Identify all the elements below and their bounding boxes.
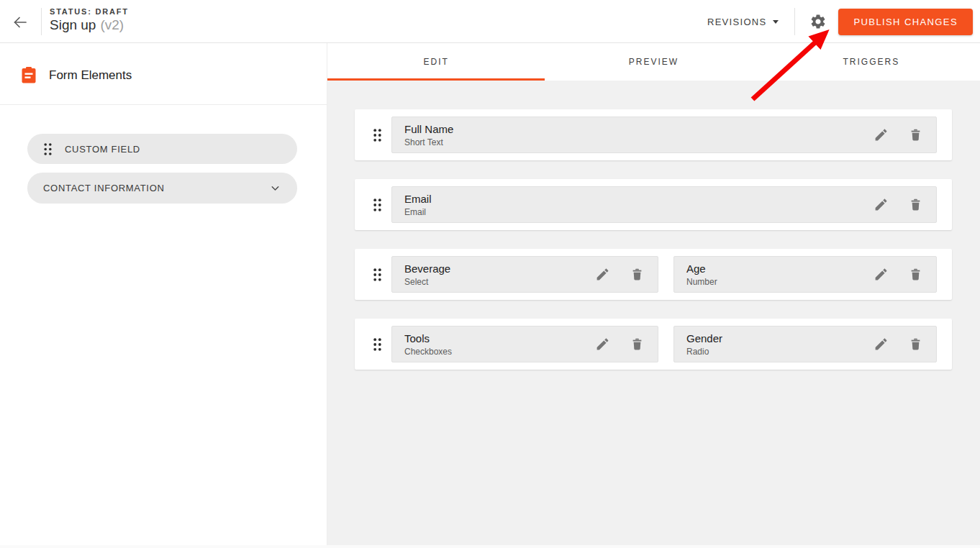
edit-field-button[interactable] xyxy=(870,334,891,355)
page-title: Sign up(v2) xyxy=(50,17,129,33)
field-text: Email Email xyxy=(404,193,870,217)
tab-label: TRIGGERS xyxy=(843,57,899,67)
field-actions xyxy=(870,264,926,286)
pencil-icon xyxy=(874,127,889,142)
delete-field-button[interactable] xyxy=(626,264,648,286)
settings-button[interactable] xyxy=(809,12,827,31)
caret-down-icon xyxy=(773,20,779,24)
drag-handle[interactable] xyxy=(364,249,390,300)
panel-divider xyxy=(0,104,327,105)
field-title: Full Name xyxy=(404,123,870,136)
tab-triggers[interactable]: TRIGGERS xyxy=(763,43,980,81)
form-builder-app: { "header": { "status_label": "STATUS: D… xyxy=(0,0,980,548)
drag-handle[interactable] xyxy=(364,109,390,160)
field-type: Short Text xyxy=(404,137,870,147)
sidebar-item-label: CONTACT INFORMATION xyxy=(43,183,165,193)
trash-icon xyxy=(630,267,645,282)
status-badge: STATUS: DRAFT xyxy=(50,7,129,16)
field-text: Beverage Select xyxy=(404,262,591,287)
field-actions xyxy=(870,334,926,355)
delete-field-button[interactable] xyxy=(904,334,926,355)
tab-preview[interactable]: PREVIEW xyxy=(545,43,762,81)
field-title: Tools xyxy=(404,332,591,345)
publish-changes-button[interactable]: PUBLISH CHANGES xyxy=(838,9,973,35)
pencil-icon xyxy=(874,197,889,212)
field-title: Gender xyxy=(686,332,870,345)
form-name: Sign up xyxy=(50,17,96,32)
pencil-icon xyxy=(874,267,889,282)
trash-icon xyxy=(908,337,923,352)
tab-label: EDIT xyxy=(423,57,448,67)
chevron-down-icon xyxy=(269,182,281,194)
edit-field-button[interactable] xyxy=(591,334,613,355)
pencil-icon xyxy=(595,337,610,352)
header-divider xyxy=(794,8,795,35)
top-bar: STATUS: DRAFT Sign up(v2) REVISIONS PUBL… xyxy=(0,0,980,43)
trash-icon xyxy=(908,197,923,212)
delete-field-button[interactable] xyxy=(904,264,926,286)
field-actions xyxy=(870,124,926,146)
field-box-beverage[interactable]: Beverage Select xyxy=(391,256,658,293)
revisions-dropdown[interactable]: REVISIONS xyxy=(707,17,779,27)
field-type: Checkboxes xyxy=(404,347,591,357)
field-actions xyxy=(591,334,648,355)
field-actions xyxy=(870,194,926,216)
panel-header: Form Elements xyxy=(22,67,132,83)
tab-edit[interactable]: EDIT xyxy=(327,43,545,81)
tab-label: PREVIEW xyxy=(629,57,679,67)
field-type: Select xyxy=(404,277,591,287)
trash-icon xyxy=(908,267,923,282)
edit-field-button[interactable] xyxy=(870,264,891,286)
field-box-email[interactable]: Email Email xyxy=(391,186,937,223)
arrow-left-icon xyxy=(12,14,29,31)
field-type: Radio xyxy=(686,347,870,357)
form-row: Email Email xyxy=(355,179,952,230)
field-text: Age Number xyxy=(686,262,870,287)
revisions-label: REVISIONS xyxy=(707,17,767,27)
trash-icon xyxy=(908,127,923,142)
form-row: Tools Checkboxes Gender Radio xyxy=(355,319,952,370)
sidebar-item-contact-information[interactable]: CONTACT INFORMATION xyxy=(27,173,297,204)
form-row: Beverage Select Age Number xyxy=(355,249,952,300)
field-box-tools[interactable]: Tools Checkboxes xyxy=(391,326,658,362)
field-box-full-name[interactable]: Full Name Short Text xyxy=(391,117,937,153)
pencil-icon xyxy=(874,337,889,352)
field-type: Number xyxy=(686,277,870,287)
trash-icon xyxy=(630,337,645,352)
field-box-gender[interactable]: Gender Radio xyxy=(673,326,937,362)
field-title: Age xyxy=(686,262,870,275)
drag-dots-icon xyxy=(373,268,382,282)
field-type: Email xyxy=(404,207,870,217)
edit-field-button[interactable] xyxy=(870,194,891,216)
field-text: Full Name Short Text xyxy=(404,123,870,147)
tab-bar: EDIT PREVIEW TRIGGERS xyxy=(327,43,980,81)
panel-title: Form Elements xyxy=(49,68,132,83)
header-actions: REVISIONS PUBLISH CHANGES xyxy=(707,0,973,43)
header-divider xyxy=(41,8,42,35)
back-button[interactable] xyxy=(9,13,32,32)
delete-field-button[interactable] xyxy=(904,194,926,216)
bottom-strip xyxy=(0,545,980,548)
field-title: Beverage xyxy=(404,262,591,275)
form-elements-panel: Form Elements CUSTOM FIELD CONTACT INFOR… xyxy=(0,43,327,545)
field-actions xyxy=(591,264,648,286)
gear-icon xyxy=(809,13,827,30)
edit-field-button[interactable] xyxy=(591,264,613,286)
delete-field-button[interactable] xyxy=(626,334,648,355)
field-box-age[interactable]: Age Number xyxy=(673,256,937,293)
delete-field-button[interactable] xyxy=(904,124,926,146)
sidebar-item-custom-field[interactable]: CUSTOM FIELD xyxy=(27,134,297,164)
field-text: Gender Radio xyxy=(686,332,870,357)
drag-dots-icon xyxy=(373,128,382,142)
drag-dots-icon xyxy=(373,337,382,352)
form-title-block: STATUS: DRAFT Sign up(v2) xyxy=(50,7,129,33)
field-title: Email xyxy=(404,193,870,206)
clipboard-icon xyxy=(22,67,36,83)
edit-field-button[interactable] xyxy=(870,124,891,146)
form-row: Full Name Short Text xyxy=(355,109,952,160)
drag-handle[interactable] xyxy=(364,179,390,230)
drag-handle[interactable] xyxy=(364,319,390,370)
sidebar-item-label: CUSTOM FIELD xyxy=(65,144,140,155)
drag-dots-icon xyxy=(373,198,382,212)
form-version: (v2) xyxy=(100,17,124,32)
